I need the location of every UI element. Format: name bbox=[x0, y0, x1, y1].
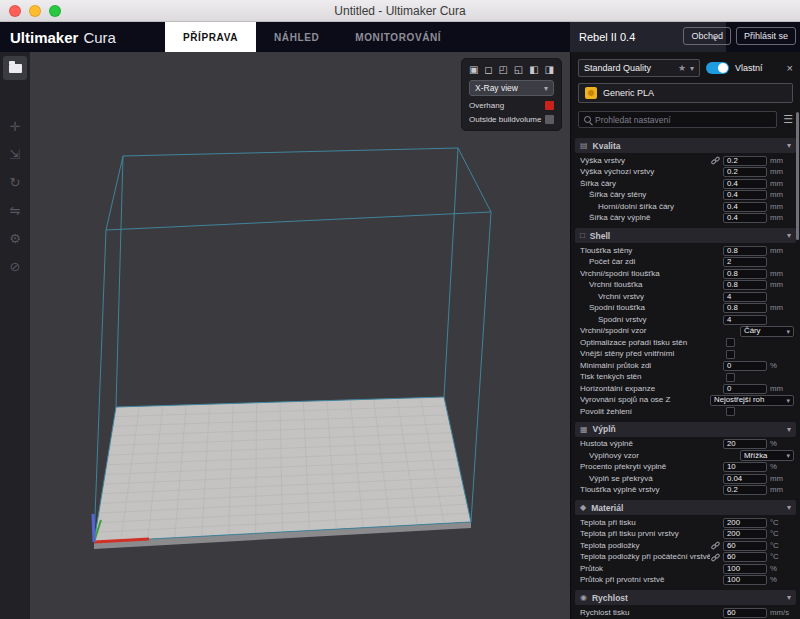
settings-sections: ▤Kvalita▾Výška vrstvy0.2mmVýška výchozí … bbox=[571, 138, 800, 619]
profile-row: Standard Quality ★ ▾ Vlastní × bbox=[571, 52, 800, 80]
setting-value-input[interactable]: 0 bbox=[723, 384, 767, 394]
per-model-settings-tool-button[interactable]: ⚙ bbox=[3, 226, 27, 250]
support-blocker-tool-button[interactable]: ⊘ bbox=[3, 254, 27, 278]
section-header-vypln[interactable]: ▦Výplň▾ bbox=[575, 422, 796, 437]
setting-unit: mm bbox=[770, 203, 794, 211]
setting-value-input[interactable]: 60 bbox=[723, 608, 767, 618]
infill-icon: ▦ bbox=[580, 425, 588, 434]
move-tool-button[interactable]: ✛ bbox=[3, 114, 27, 138]
setting-value-input[interactable]: 0.2 bbox=[723, 167, 767, 177]
rotate-tool-icon: ↻ bbox=[10, 175, 21, 190]
scrollbar-thumb[interactable] bbox=[796, 112, 799, 240]
setting-unit: mm bbox=[770, 214, 794, 222]
setting-value-input[interactable]: 0.4 bbox=[723, 213, 767, 223]
chevron-down-icon: ▾ bbox=[787, 593, 791, 602]
setting-label: Tisk tenkých stěn bbox=[580, 373, 710, 381]
setting-unit: % bbox=[770, 576, 794, 584]
setting-control bbox=[710, 338, 794, 347]
tab-priprava[interactable]: PŘÍPRAVA bbox=[165, 22, 256, 52]
legend-overhang: Overhang bbox=[469, 101, 554, 110]
marketplace-button[interactable]: Obchod bbox=[683, 27, 731, 45]
setting-checkbox[interactable] bbox=[726, 350, 735, 359]
chevron-down-icon: ▾ bbox=[787, 425, 791, 434]
view-3d-icon[interactable]: ▣ bbox=[469, 65, 478, 75]
setting-value-input[interactable]: 0 bbox=[723, 361, 767, 371]
setting-checkbox[interactable] bbox=[726, 338, 735, 347]
view-top-icon[interactable]: ◰ bbox=[499, 65, 508, 75]
setting-select[interactable]: Nejostřejší roh▾ bbox=[710, 395, 794, 406]
setting-value-input[interactable]: 0.8 bbox=[723, 246, 767, 256]
view-bottom-icon[interactable]: ◱ bbox=[514, 65, 523, 75]
view-right-icon[interactable]: ◨ bbox=[545, 65, 554, 75]
profile-dropdown[interactable]: Standard Quality ★ ▾ bbox=[578, 59, 700, 77]
material-dropdown[interactable]: Generic PLA bbox=[578, 83, 793, 103]
mirror-tool-button[interactable]: ⇋ bbox=[3, 198, 27, 222]
setting-value-input[interactable]: 0.2 bbox=[723, 485, 767, 495]
setting-value-input[interactable]: 0.8 bbox=[723, 280, 767, 290]
custom-settings-toggle[interactable] bbox=[706, 62, 729, 74]
setting-row-vrchni-spodni-vzor: Vrchní/spodní vzorČáry▾ bbox=[571, 326, 800, 338]
setting-row-vyrovnani-spoju-na-ose-z: Vyrovnání spojů na ose ZNejostřejší roh▾ bbox=[571, 395, 800, 407]
setting-value-input[interactable]: 0.8 bbox=[723, 303, 767, 313]
setting-value-input[interactable]: 200 bbox=[723, 529, 767, 539]
view-mode-dropdown[interactable]: X-Ray view ▾ bbox=[469, 80, 554, 96]
setting-value-input[interactable]: 0.4 bbox=[723, 190, 767, 200]
logo-brand: Ultimaker bbox=[10, 29, 78, 46]
setting-unit: mm bbox=[770, 180, 794, 188]
setting-control: 0.8mm bbox=[710, 269, 794, 279]
setting-value-input[interactable]: 10 bbox=[723, 462, 767, 472]
rotate-tool-button[interactable]: ↻ bbox=[3, 170, 27, 194]
setting-value-input[interactable]: 0.2 bbox=[723, 156, 767, 166]
setting-value-input[interactable]: 4 bbox=[723, 292, 767, 302]
section-header-kvalita[interactable]: ▤Kvalita▾ bbox=[575, 138, 796, 153]
setting-value-input[interactable]: 4 bbox=[723, 315, 767, 325]
setting-value-input[interactable]: 100 bbox=[723, 564, 767, 574]
tab-monitorovani[interactable]: MONITOROVÁNÍ bbox=[337, 22, 459, 52]
setting-checkbox[interactable] bbox=[726, 373, 735, 382]
setting-control: 0.2mm bbox=[710, 485, 794, 495]
setting-value-input[interactable]: 2 bbox=[723, 257, 767, 267]
setting-checkbox[interactable] bbox=[726, 407, 735, 416]
open-file-button[interactable] bbox=[3, 56, 27, 80]
setting-value-input[interactable]: 0.4 bbox=[723, 179, 767, 189]
setting-select[interactable]: Mřížka▾ bbox=[740, 450, 794, 461]
setting-select[interactable]: Čáry▾ bbox=[740, 326, 794, 337]
sign-in-button[interactable]: Přihlásit se bbox=[736, 27, 796, 45]
tab-nahled[interactable]: NÁHLED bbox=[256, 22, 337, 52]
search-box bbox=[578, 111, 777, 128]
setting-value-input[interactable]: 60 bbox=[723, 552, 767, 562]
window-zoom-button[interactable] bbox=[49, 5, 61, 17]
view-left-icon[interactable]: ◧ bbox=[529, 65, 538, 75]
setting-label: Šířka čáry výplně bbox=[580, 214, 710, 222]
material-name: Generic PLA bbox=[603, 88, 654, 98]
window-minimize-button[interactable] bbox=[29, 5, 41, 17]
setting-value-input[interactable]: 200 bbox=[723, 518, 767, 528]
setting-value-input[interactable]: 0.04 bbox=[723, 474, 767, 484]
window-close-button[interactable] bbox=[9, 5, 21, 17]
setting-unit: mm/s bbox=[770, 609, 794, 617]
viewport-3d[interactable]: ▣◻◰◱◧◨ X-Ray view ▾ OverhangOutside buil… bbox=[30, 52, 570, 619]
setting-row-spodni-vrstvy: Spodní vrstvy4 bbox=[571, 314, 800, 326]
close-icon[interactable]: × bbox=[787, 62, 793, 74]
folder-icon bbox=[9, 64, 22, 73]
setting-label: Šířka čáry bbox=[580, 180, 710, 188]
section-header-shell[interactable]: □Shell▾ bbox=[575, 228, 796, 243]
setting-row-prutok-pri-prvotni-vrstve: Průtok při prvotní vrstvě100% bbox=[571, 575, 800, 587]
setting-control: 0.8mm bbox=[710, 246, 794, 256]
setting-value-input[interactable]: 0.4 bbox=[723, 202, 767, 212]
setting-value-input[interactable]: 0.8 bbox=[723, 269, 767, 279]
view-front-icon[interactable]: ◻ bbox=[484, 65, 492, 75]
setting-control: 60°C bbox=[710, 552, 794, 562]
setting-row-vyska-vychozi-vrstvy: Výška výchozí vrstvy0.2mm bbox=[571, 167, 800, 179]
setting-row-vrchni-tloustka: Vrchní tloušťka0.8mm bbox=[571, 280, 800, 292]
settings-search-input[interactable] bbox=[595, 115, 771, 125]
setting-control bbox=[710, 350, 794, 359]
section-header-material[interactable]: ◆Materiál▾ bbox=[575, 500, 796, 515]
section-header-rychlost[interactable]: ◉Rychlost▾ bbox=[575, 590, 796, 605]
setting-unit: mm bbox=[770, 247, 794, 255]
hamburger-menu-icon[interactable]: ☰ bbox=[783, 113, 793, 126]
setting-value-input[interactable]: 20 bbox=[723, 439, 767, 449]
setting-value-input[interactable]: 100 bbox=[723, 575, 767, 585]
scale-tool-button[interactable]: ⇲ bbox=[3, 142, 27, 166]
setting-value-input[interactable]: 60 bbox=[723, 541, 767, 551]
